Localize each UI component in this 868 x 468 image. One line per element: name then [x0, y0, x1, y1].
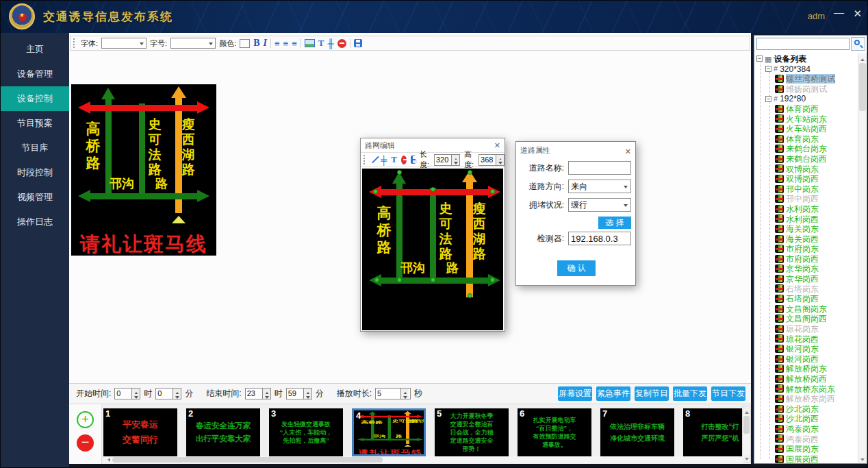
tree-device-item-解放桥岗西[interactable]: 解放桥岗西: [786, 374, 827, 384]
tree-root-label[interactable]: 设备列表: [774, 54, 806, 64]
tree-device-item-琼花岗东[interactable]: 琼花岗东: [786, 324, 819, 334]
scroll-up-icon[interactable]: [743, 406, 750, 415]
end-hour-stepper[interactable]: 23: [245, 388, 271, 399]
font-select[interactable]: [101, 38, 146, 49]
road-direction-select[interactable]: 来向: [568, 180, 631, 193]
tree-device-item-螺丝湾桥测试[interactable]: 螺丝湾桥测试: [786, 74, 835, 84]
tree-device-item-解放桥东岗西[interactable]: 解放桥东岗西: [786, 394, 835, 404]
tree-device-item-石塔岗西[interactable]: 石塔岗西: [786, 294, 819, 304]
playlist-thumbnail-2[interactable]: 2春运安全连万家 出行平安靠大家: [186, 408, 260, 456]
tree-device-item-鸿泰岗西[interactable]: 鸿泰岗西: [786, 434, 819, 443]
sidebar-item-时段控制[interactable]: 时段控制: [1, 160, 69, 185]
end-min-stepper[interactable]: 59: [286, 388, 312, 399]
screen-layout-icon[interactable]: ╫: [327, 39, 333, 48]
start-hour-stepper[interactable]: 0: [114, 388, 140, 399]
playlist-thumbnail-1[interactable]: 1平安春运 交警同行: [103, 408, 177, 456]
tree-device-item-沙北岗东[interactable]: 沙北岗东: [786, 404, 819, 413]
tree-device-item-海关岗西[interactable]: 海关岗西: [786, 234, 819, 243]
sidebar-item-操作日志[interactable]: 操作日志: [1, 210, 69, 234]
align-center-icon[interactable]: ≡: [283, 39, 289, 48]
sidebar-item-视频管理[interactable]: 视频管理: [1, 185, 69, 210]
tree-device-item-市府岗西[interactable]: 市府岗西: [786, 254, 819, 263]
end-hour-spin[interactable]: [262, 389, 270, 399]
tree-device-item-文昌阁岗西[interactable]: 文昌阁岗西: [786, 314, 827, 323]
playlist-thumbnail-7[interactable]: 7依法治理非标车辆 净化城市交通环境: [600, 408, 674, 456]
props-dialog-titlebar[interactable]: 道路属性 ✕: [516, 142, 635, 158]
end-min-spin[interactable]: [303, 389, 311, 399]
delete-icon[interactable]: [401, 156, 407, 164]
tree-device-item-双博岗东[interactable]: 双博岗东: [786, 164, 819, 173]
scroll-left-icon[interactable]: [103, 456, 111, 463]
tree-collapse-icon[interactable]: −: [765, 66, 771, 72]
align-right-icon[interactable]: ≡: [292, 39, 297, 48]
length-stepper[interactable]: 320: [434, 154, 460, 166]
tree-collapse-icon[interactable]: −: [756, 56, 763, 62]
scroll-up-icon[interactable]: [858, 53, 867, 62]
tree-scrollbar[interactable]: [858, 53, 867, 463]
insert-text-icon[interactable]: T: [391, 154, 397, 165]
tree-device-item-国展岗东[interactable]: 国展岗东: [786, 444, 819, 454]
tree-device-item-国展岗西[interactable]: 国展岗西: [786, 454, 819, 463]
tree-group-192*80[interactable]: 192*80: [780, 94, 806, 103]
dialog-sign-slot[interactable]: 高桥路 史可法路 瘦西湖路 邗沟 路 请礼让斑马线: [362, 169, 503, 330]
tree-device-item-石塔岗东[interactable]: 石塔岗东: [786, 284, 819, 293]
action-button-紧急事件[interactable]: 紧急事件: [596, 386, 630, 401]
tree-collapse-icon[interactable]: −: [765, 96, 771, 102]
start-min-stepper[interactable]: 0: [155, 388, 181, 399]
draw-road-icon[interactable]: [371, 156, 376, 164]
tree-device-item-维扬岗测试[interactable]: 维扬岗测试: [786, 84, 827, 93]
height-stepper[interactable]: 368: [478, 154, 505, 166]
bold-icon[interactable]: B: [253, 38, 259, 49]
tree-device-item-水利岗东[interactable]: 水利岗东: [786, 204, 819, 213]
tree-device-item-体育岗西[interactable]: 体育岗西: [786, 104, 819, 114]
action-button-屏幕设置[interactable]: 屏幕设置: [558, 386, 592, 401]
action-button-节目下发[interactable]: 节目下发: [711, 386, 745, 401]
tree-device-item-来鹤台岗东[interactable]: 来鹤台岗东: [786, 144, 827, 153]
insert-image-icon[interactable]: [305, 39, 315, 47]
main-sign-slot[interactable]: 高桥路 史可法路 瘦西湖路 邗沟 路 请礼让斑马线: [71, 84, 216, 256]
length-spin-buttons[interactable]: [451, 155, 459, 165]
color-swatch[interactable]: [240, 39, 250, 48]
duration-stepper[interactable]: 5: [375, 388, 411, 399]
save-icon[interactable]: [411, 156, 416, 164]
align-left-icon[interactable]: ≡: [275, 39, 280, 48]
start-hour-spin[interactable]: [131, 389, 140, 399]
tree-device-item-京华岗西[interactable]: 京华岗西: [786, 274, 819, 284]
tree-device-item-火车站岗东[interactable]: 火车站岗东: [786, 114, 827, 123]
thumbnail-vertical-scrollbar[interactable]: [742, 406, 751, 463]
tree-device-item-鸿泰岗东[interactable]: 鸿泰岗东: [786, 424, 819, 434]
tree-device-item-火车站岗西[interactable]: 火车站岗西: [786, 124, 827, 134]
close-icon[interactable]: ✕: [853, 8, 862, 20]
sidebar-item-节目库[interactable]: 节目库: [1, 136, 69, 160]
tree-device-item-沙北岗西[interactable]: 沙北岗西: [786, 414, 819, 423]
duration-spin[interactable]: [400, 389, 409, 399]
sidebar-item-节目预案[interactable]: 节目预案: [1, 111, 69, 136]
italic-icon[interactable]: I: [264, 38, 267, 49]
tree-device-item-京华岗东[interactable]: 京华岗东: [786, 264, 819, 273]
start-min-spin[interactable]: [173, 389, 181, 399]
height-spin-buttons[interactable]: [496, 155, 504, 165]
font-size-select[interactable]: [170, 38, 216, 49]
tree-device-item-海关岗东[interactable]: 海关岗东: [786, 224, 819, 234]
tree-device-item-双博岗西[interactable]: 双博岗西: [786, 174, 819, 184]
search-button[interactable]: [851, 37, 865, 51]
road-segment-icon[interactable]: ╪: [381, 156, 387, 164]
tree-device-item-来鹤台岗西[interactable]: 来鹤台岗西: [786, 153, 827, 163]
close-icon[interactable]: ✕: [625, 143, 631, 160]
tree-device-item-银河岗东[interactable]: 银河岗东: [786, 344, 819, 354]
roadnet-dialog-titlebar[interactable]: 路网编辑 ✕: [361, 138, 505, 152]
minimize-icon[interactable]: —: [834, 6, 844, 18]
scrollbar-thumb[interactable]: [112, 457, 383, 463]
congestion-select[interactable]: 缓行: [568, 198, 631, 212]
remove-page-button[interactable]: −: [77, 434, 94, 452]
detector-input[interactable]: [568, 232, 631, 245]
sidebar-item-设备控制[interactable]: 设备控制: [1, 86, 69, 111]
sidebar-item-设备管理[interactable]: 设备管理: [1, 62, 69, 86]
tree-device-item-琼花岗西[interactable]: 琼花岗西: [786, 334, 819, 343]
scroll-down-icon[interactable]: [743, 454, 750, 463]
tree-device-item-解放桥东岗东[interactable]: 解放桥东岗东: [786, 384, 835, 393]
scrollbar-thumb[interactable]: [743, 416, 750, 434]
playlist-thumbnail-8[interactable]: 8打击整改“灯 严厉严惩“机: [683, 408, 743, 456]
insert-text-icon[interactable]: T: [318, 38, 324, 49]
playlist-thumbnail-4[interactable]: 4 高桥路 史可法路 瘦西湖路 邗沟 路 请礼让斑马线: [352, 408, 426, 456]
